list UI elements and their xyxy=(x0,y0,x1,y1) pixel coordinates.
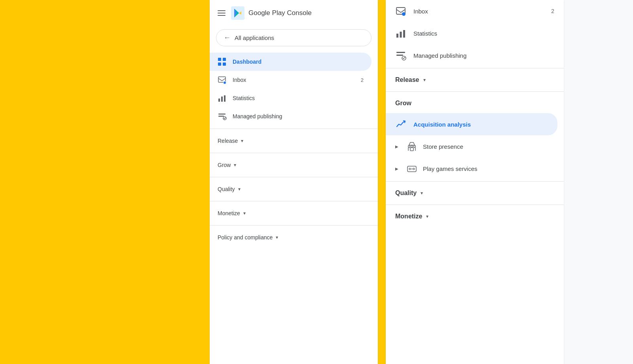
managed-publishing-label: Managed publishing xyxy=(233,113,364,119)
right-nav-item-store-presence[interactable]: ▶ Store presence xyxy=(386,135,564,157)
svg-rect-17 xyxy=(396,55,403,56)
right-quality-chevron-icon: ▾ xyxy=(421,190,423,196)
right-nav-item-play-games-services[interactable]: ▶ Play games services xyxy=(386,157,564,180)
nav-section-monetize[interactable]: Monetize ▾ xyxy=(210,205,378,222)
nav-section-quality[interactable]: Quality ▾ xyxy=(210,180,378,198)
grow-section-label: Grow xyxy=(218,162,231,168)
nav-section-policy-compliance[interactable]: Policy and compliance ▾ xyxy=(210,229,378,246)
inbox-dot-indicator xyxy=(223,81,226,84)
store-presence-expand-icon: ▶ xyxy=(395,144,401,149)
right-divider-4 xyxy=(386,205,564,205)
right-nav-panel: Inbox 2 Statistics Managed publishing R xyxy=(386,0,564,364)
right-divider-2 xyxy=(386,91,564,92)
play-games-expand-icon: ▶ xyxy=(395,167,401,171)
google-play-console-logo-icon xyxy=(231,6,244,20)
left-nav-panel: Google Play Console ← All applications D… xyxy=(210,0,378,364)
monetize-chevron-icon: ▾ xyxy=(243,210,246,216)
logo-text: Google Play Console xyxy=(248,9,312,17)
svg-rect-15 xyxy=(403,30,405,38)
svg-rect-16 xyxy=(396,52,405,53)
quality-chevron-icon: ▾ xyxy=(238,186,241,192)
nav-divider-1 xyxy=(210,129,378,129)
right-quality-label: Quality xyxy=(395,190,417,197)
right-release-chevron-icon: ▾ xyxy=(423,77,426,83)
hamburger-menu-button[interactable] xyxy=(218,10,226,16)
inbox-badge: 2 xyxy=(361,77,364,83)
svg-marker-19 xyxy=(409,142,415,145)
nav-item-dashboard[interactable]: Dashboard xyxy=(210,53,371,71)
statistics-icon xyxy=(218,94,226,102)
right-section-release[interactable]: Release ▾ xyxy=(386,70,564,90)
right-nav-item-inbox[interactable]: Inbox 2 xyxy=(386,0,564,22)
right-section-grow[interactable]: Grow xyxy=(386,93,564,113)
nav-divider-2 xyxy=(210,153,378,153)
grow-chevron-icon: ▾ xyxy=(234,162,236,168)
svg-rect-2 xyxy=(223,58,226,61)
right-nav-item-acquisition-analysis[interactable]: Acquisition analysis xyxy=(386,113,557,135)
right-statistics-label: Statistics xyxy=(413,30,554,37)
nav-section-grow[interactable]: Grow ▾ xyxy=(210,156,378,174)
nav-header: Google Play Console xyxy=(210,0,378,26)
yellow-divider xyxy=(378,0,386,364)
nav-item-managed-publishing[interactable]: Managed publishing xyxy=(210,107,371,125)
right-grow-label: Grow xyxy=(395,100,411,107)
right-section-quality[interactable]: Quality ▾ xyxy=(386,183,564,203)
svg-rect-4 xyxy=(223,63,226,66)
yellow-background-left xyxy=(0,0,210,364)
statistics-label: Statistics xyxy=(233,95,364,101)
right-release-label: Release xyxy=(395,76,419,83)
svg-rect-14 xyxy=(400,32,402,38)
nav-divider-5 xyxy=(210,225,378,226)
svg-rect-9 xyxy=(218,114,226,115)
hamburger-line xyxy=(218,13,226,13)
right-inbox-dot xyxy=(402,12,406,16)
right-inbox-badge: 2 xyxy=(551,8,554,14)
svg-rect-3 xyxy=(218,63,221,66)
play-games-services-icon xyxy=(406,163,417,174)
nav-section-release[interactable]: Release ▾ xyxy=(210,132,378,150)
svg-point-25 xyxy=(413,168,415,170)
back-arrow-icon: ← xyxy=(224,34,231,42)
dashboard-label: Dashboard xyxy=(233,59,364,65)
right-divider-3 xyxy=(386,181,564,182)
play-games-services-label: Play games services xyxy=(423,165,554,172)
inbox-icon xyxy=(218,76,226,84)
right-statistics-icon xyxy=(395,28,406,39)
dashboard-icon xyxy=(218,57,226,66)
quality-section-label: Quality xyxy=(218,186,235,192)
right-nav-item-managed-publishing[interactable]: Managed publishing xyxy=(386,44,564,66)
logo-area: Google Play Console xyxy=(231,6,312,20)
release-section-label: Release xyxy=(218,138,238,144)
right-inbox-icon xyxy=(395,6,406,17)
svg-rect-7 xyxy=(221,97,223,102)
right-divider-1 xyxy=(386,68,564,68)
right-managed-publishing-icon xyxy=(395,50,406,61)
right-inbox-label: Inbox xyxy=(413,8,544,15)
nav-divider-3 xyxy=(210,177,378,177)
nav-divider-4 xyxy=(210,201,378,201)
acquisition-analysis-icon xyxy=(395,119,406,130)
svg-rect-6 xyxy=(218,99,220,102)
inbox-label: Inbox xyxy=(233,77,354,83)
svg-point-24 xyxy=(409,168,411,170)
hamburger-line xyxy=(218,10,226,11)
right-monetize-chevron-icon: ▾ xyxy=(426,214,428,219)
svg-rect-20 xyxy=(410,148,413,151)
right-nav-item-statistics[interactable]: Statistics xyxy=(386,22,564,44)
monetize-section-label: Monetize xyxy=(218,210,240,216)
svg-rect-10 xyxy=(218,116,224,117)
nav-item-statistics[interactable]: Statistics xyxy=(210,89,371,107)
right-section-monetize[interactable]: Monetize ▾ xyxy=(386,207,564,226)
right-managed-publishing-label: Managed publishing xyxy=(413,52,554,59)
acquisition-analysis-label: Acquisition analysis xyxy=(413,121,548,128)
policy-chevron-icon: ▾ xyxy=(276,235,278,240)
all-applications-label: All applications xyxy=(235,34,274,41)
svg-rect-8 xyxy=(224,95,226,102)
right-monetize-label: Monetize xyxy=(395,213,422,220)
all-applications-button[interactable]: ← All applications xyxy=(216,29,371,46)
svg-rect-13 xyxy=(396,34,398,38)
store-presence-icon xyxy=(406,141,417,152)
managed-publishing-icon xyxy=(218,112,226,121)
nav-item-inbox[interactable]: Inbox 2 xyxy=(210,71,371,89)
svg-rect-1 xyxy=(218,58,221,61)
